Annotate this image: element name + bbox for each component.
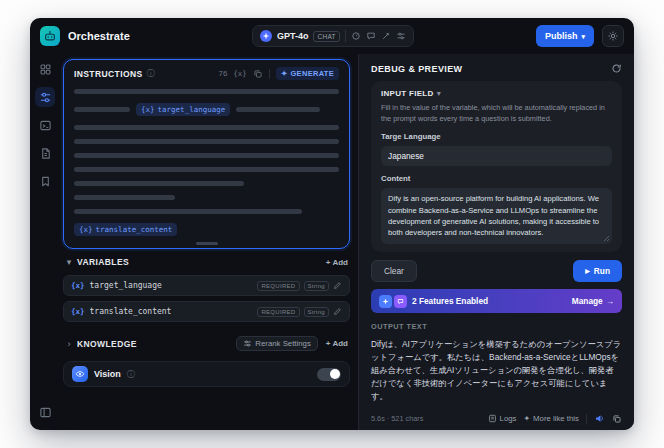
sidebar-item-annotations[interactable] <box>35 171 55 191</box>
copy-icon[interactable] <box>612 414 622 424</box>
more-like-this-label: More like this <box>533 414 579 423</box>
refresh-icon[interactable] <box>611 63 622 74</box>
variable-chip-label: target_language <box>158 105 226 114</box>
add-variable-button[interactable]: + Add <box>326 258 348 267</box>
features-enabled-label: 2 Features Enabled <box>412 296 488 306</box>
knowledge-title: KNOWLEDGE <box>77 339 137 349</box>
variable-icon: {x} <box>79 225 93 234</box>
magic-wand-icon[interactable] <box>381 31 391 41</box>
prompt-editor[interactable]: {x} target_language {x} <box>74 89 339 236</box>
run-button[interactable]: ▶ Run <box>573 260 622 282</box>
speaker-icon[interactable] <box>594 413 605 424</box>
chevron-down-icon[interactable]: ▾ <box>65 257 73 267</box>
copy-icon[interactable] <box>253 69 263 79</box>
sliders-icon <box>243 339 252 348</box>
variable-name: translate_content <box>90 307 172 316</box>
input-field-description: Fill in the value of the variable, which… <box>381 103 612 124</box>
textarea-resize-icon[interactable] <box>603 235 610 242</box>
logs-button[interactable]: Logs <box>488 414 517 423</box>
char-count: 76 <box>218 69 227 78</box>
run-label: Run <box>594 266 610 276</box>
chevron-down-icon: ▾ <box>437 89 441 98</box>
manage-features-button[interactable]: Manage → <box>572 296 614 306</box>
logs-label: Logs <box>500 414 517 423</box>
feature-memory-icon <box>394 295 407 308</box>
output-meta: 5.6s · 521 chars <box>371 414 423 423</box>
content-textarea[interactable]: Dify is an open-source platform for buil… <box>381 188 612 244</box>
sidebar-item-logs[interactable] <box>35 143 55 163</box>
content-text: Dify is an open-source platform for buil… <box>388 194 599 237</box>
vision-eye-icon <box>72 366 88 382</box>
logs-icon <box>488 414 497 423</box>
apps-grid-icon[interactable] <box>35 59 55 79</box>
skeleton-line <box>74 125 339 130</box>
input-field-collapse[interactable]: INPUT FIELD ▾ <box>381 89 612 98</box>
field-label: Targe Language <box>381 132 612 141</box>
model-selector[interactable]: GPT-4o CHAT <box>252 25 414 47</box>
generate-label: GENERATE <box>290 69 334 78</box>
sparkle-icon: ✦ <box>281 69 288 78</box>
feature-model-icon <box>379 295 392 308</box>
skeleton-line <box>74 195 339 200</box>
sidebar-item-api-access[interactable] <box>35 115 55 135</box>
generate-button[interactable]: ✦ GENERATE <box>276 67 339 80</box>
resize-handle[interactable] <box>196 242 218 245</box>
variable-chip: {x} translate_content <box>74 223 177 236</box>
output-text-title: OUTPUT TEXT <box>371 322 622 331</box>
input-field-title: INPUT FIELD <box>381 89 434 98</box>
model-settings-sliders-icon[interactable] <box>396 31 406 41</box>
rerank-settings-button[interactable]: Rerank Settings <box>236 336 317 351</box>
variable-row[interactable]: {x} translate_content REQUIRED String <box>63 301 350 322</box>
skeleton-line <box>74 139 339 144</box>
gear-icon <box>607 30 619 42</box>
skeleton-line <box>74 209 339 214</box>
vision-toggle[interactable] <box>317 368 341 381</box>
robot-icon <box>43 29 57 43</box>
chevron-right-icon[interactable]: › <box>65 339 73 349</box>
chat-bubble-icon[interactable] <box>366 31 376 41</box>
type-badge: String <box>304 281 329 291</box>
page-title: Orchestrate <box>68 30 130 42</box>
variable-icon: {x} <box>71 281 85 290</box>
target-language-input[interactable]: Japanese <box>381 146 612 166</box>
clear-button[interactable]: Clear <box>371 260 417 282</box>
features-bar[interactable]: 2 Features Enabled Manage → <box>371 289 622 313</box>
variable-name: target_language <box>90 281 162 290</box>
publish-button[interactable]: Publish ▾ <box>536 25 594 47</box>
debug-preview-panel: DEBUG & PREVIEW INPUT FIELD ▾ Fill in th… <box>358 54 634 430</box>
top-bar: Orchestrate GPT-4o CHAT Publish <box>30 18 634 54</box>
variable-row[interactable]: {x} target_language REQUIRED String <box>63 275 350 296</box>
play-icon: ▶ <box>585 268 590 274</box>
edit-icon[interactable] <box>333 307 342 316</box>
orchestrate-panel: INSTRUCTIONS ⓘ 76 {x} ✦ GENERATE <box>60 54 358 430</box>
variables-section-header: ▾ VARIABLES + Add <box>63 257 350 267</box>
vision-feature-row: Vision ⓘ <box>63 361 350 387</box>
variables-list: {x} target_language REQUIRED String {x} … <box>63 275 350 322</box>
manage-label: Manage <box>572 296 603 306</box>
more-like-this-button[interactable]: ✦ More like this <box>524 414 579 423</box>
temperature-icon[interactable] <box>351 31 361 41</box>
instructions-card: INSTRUCTIONS ⓘ 76 {x} ✦ GENERATE <box>63 59 350 249</box>
sidebar-item-orchestrate[interactable] <box>35 87 55 107</box>
insert-variable-icon[interactable]: {x} <box>233 69 247 78</box>
rerank-settings-label: Rerank Settings <box>255 339 310 348</box>
publish-label: Publish <box>545 31 578 41</box>
edit-icon[interactable] <box>333 281 342 290</box>
skeleton-line <box>74 153 339 158</box>
knowledge-section-header: › KNOWLEDGE Rerank Settings + Add <box>63 336 350 351</box>
skeleton-line <box>74 167 339 172</box>
panel-toggle-icon[interactable] <box>35 402 55 422</box>
skeleton-line <box>74 181 339 186</box>
chevron-down-icon: ▾ <box>582 33 586 40</box>
app-window: Orchestrate GPT-4o CHAT Publish <box>30 18 634 430</box>
settings-button[interactable] <box>602 25 624 47</box>
app-robot-icon[interactable] <box>40 26 60 46</box>
sparkle-icon: ✦ <box>524 414 531 423</box>
add-knowledge-button[interactable]: + Add <box>326 339 348 348</box>
model-provider-icon <box>260 30 272 42</box>
skeleton-line: {x} target_language <box>74 103 339 116</box>
variables-title: VARIABLES <box>77 257 129 267</box>
variable-chip: {x} target_language <box>136 103 230 116</box>
field-label: Content <box>381 174 612 183</box>
variable-icon: {x} <box>71 307 85 316</box>
